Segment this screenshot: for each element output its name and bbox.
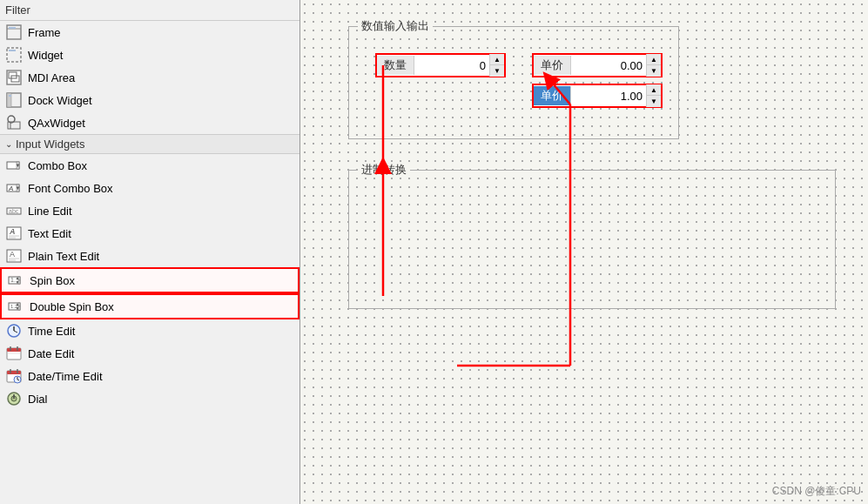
dock-label: Dock Widget [28, 94, 92, 107]
right-panel: 数值输入输出 数量 ▲ ▼ 单价 ▲ ▼ 单价 [300, 0, 868, 504]
svg-rect-2 [9, 27, 16, 29]
sidebar-item-dial[interactable]: Dial [0, 387, 299, 410]
dock-icon [5, 91, 23, 109]
group-box-1-title: 数值输入输出 [358, 18, 433, 34]
plain-text-edit-label: Plain Text Edit [28, 250, 99, 263]
spin-widget-quantity[interactable]: 数量 ▲ ▼ [375, 53, 506, 77]
font-combo-box-icon: A ▼ [5, 179, 23, 197]
sidebar-item-date-edit[interactable]: Date Edit [0, 342, 299, 365]
date-edit-icon [5, 345, 23, 362]
widget-list[interactable]: Frame Widget [0, 21, 299, 504]
filter-label: Filter [5, 3, 30, 17]
line-edit-label: Line Edit [28, 205, 72, 218]
frame-icon [5, 24, 23, 41]
svg-text:▼: ▼ [16, 185, 21, 191]
group-box-2: 进制转换 [348, 170, 836, 309]
spin-buttons-price1: ▲ ▼ [646, 54, 661, 77]
spin-buttons-quantity: ▲ ▼ [489, 54, 504, 77]
sidebar-item-dock[interactable]: Dock Widget [0, 89, 299, 111]
text-edit-label: Text Edit [28, 227, 71, 240]
double-spin-box-icon: ▲ ▼ 1.2 [7, 298, 24, 315]
spin-buttons-price2: ▲ ▼ [646, 84, 661, 107]
svg-rect-47 [7, 348, 21, 352]
sidebar-item-text-edit[interactable]: A Text Edit [0, 222, 299, 245]
spin-up-price2[interactable]: ▲ [647, 84, 661, 96]
svg-rect-10 [9, 95, 11, 97]
svg-rect-4 [9, 50, 16, 51]
sidebar-item-font-combo-box[interactable]: A ▼ Font Combo Box [0, 177, 299, 199]
sidebar-item-datetime-edit[interactable]: Date/Time Edit [0, 365, 299, 387]
spin-input-price1[interactable] [571, 57, 646, 74]
spin-up-quantity[interactable]: ▲ [490, 54, 504, 65]
svg-text:A: A [9, 227, 16, 236]
widget-icon [5, 46, 23, 64]
watermark: CSDN @傻童:CPU [772, 484, 861, 499]
sidebar-item-line-edit[interactable]: abc Line Edit [0, 199, 299, 222]
spin-input-quantity[interactable] [414, 57, 489, 74]
svg-text:A: A [10, 250, 15, 259]
frame-label: Frame [28, 26, 61, 39]
mdi-icon [5, 69, 23, 86]
sidebar-item-mdi[interactable]: MDI Area [0, 66, 299, 89]
filter-bar: Filter [0, 0, 299, 21]
svg-text:▼: ▼ [16, 279, 20, 285]
spin-box-label: Spin Box [30, 274, 75, 287]
sidebar-item-spin-box[interactable]: ▲ ▼ 1. Spin Box [0, 267, 299, 293]
spin-label-quantity: 数量 [377, 56, 414, 75]
group-box-2-title: 进制转换 [358, 162, 410, 178]
sidebar-item-plain-text-edit[interactable]: A Plain Text Edit [0, 245, 299, 267]
spin-up-price1[interactable]: ▲ [647, 54, 661, 65]
widget-label: Widget [28, 49, 63, 62]
svg-text:▼: ▼ [16, 163, 21, 168]
spin-label-price1: 单价 [534, 56, 571, 75]
svg-text:A: A [8, 185, 13, 192]
double-spin-box-label: Double Spin Box [30, 300, 114, 313]
sidebar-item-combo-box[interactable]: ▼ Combo Box [0, 154, 299, 177]
spin-input-price2[interactable] [571, 88, 646, 104]
spin-down-quantity[interactable]: ▼ [490, 65, 504, 77]
time-edit-label: Time Edit [28, 325, 75, 338]
spin-label-price2: 单价 [534, 86, 571, 105]
svg-rect-52 [7, 371, 21, 374]
combo-box-label: Combo Box [28, 159, 87, 172]
left-panel: Filter Frame [0, 0, 300, 504]
input-widgets-header: ⌄ Input Widgets [0, 134, 299, 154]
time-edit-icon [5, 322, 23, 339]
spin-down-price2[interactable]: ▼ [647, 96, 661, 107]
section-chevron: ⌄ [5, 139, 12, 149]
sidebar-item-frame[interactable]: Frame [0, 21, 299, 44]
input-widgets-label: Input Widgets [16, 138, 85, 151]
dial-label: Dial [28, 393, 47, 406]
svg-text:1.2: 1.2 [10, 304, 18, 309]
text-edit-icon: A [5, 225, 23, 242]
combo-box-icon: ▼ [5, 157, 23, 174]
datetime-edit-label: Date/Time Edit [28, 370, 103, 383]
qax-icon [5, 114, 23, 131]
sidebar-item-time-edit[interactable]: Time Edit [0, 319, 299, 342]
spin-box-icon: ▲ ▼ 1. [7, 272, 24, 289]
qax-label: QAxWidget [28, 117, 85, 130]
spin-down-price1[interactable]: ▼ [647, 65, 661, 77]
dial-icon [5, 390, 23, 407]
sidebar-item-double-spin-box[interactable]: ▲ ▼ 1.2 Double Spin Box [0, 293, 299, 319]
line-edit-icon: abc [5, 202, 23, 219]
sidebar-item-qax[interactable]: QAxWidget [0, 111, 299, 134]
font-combo-box-label: Font Combo Box [28, 182, 113, 195]
mdi-label: MDI Area [28, 71, 75, 84]
sidebar-item-widget[interactable]: Widget [0, 44, 299, 66]
spin-widget-price2[interactable]: 单价 ▲ ▼ [532, 84, 663, 108]
spin-widget-price1[interactable]: 单价 ▲ ▼ [532, 53, 663, 77]
svg-text:1.: 1. [10, 277, 16, 283]
group-box-1: 数值输入输出 数量 ▲ ▼ 单价 ▲ ▼ 单价 [348, 26, 679, 139]
date-edit-label: Date Edit [28, 347, 74, 360]
plain-text-edit-icon: A [5, 247, 23, 265]
datetime-edit-icon [5, 367, 23, 385]
svg-text:abc: abc [9, 208, 19, 214]
main-container: Filter Frame [0, 0, 868, 504]
